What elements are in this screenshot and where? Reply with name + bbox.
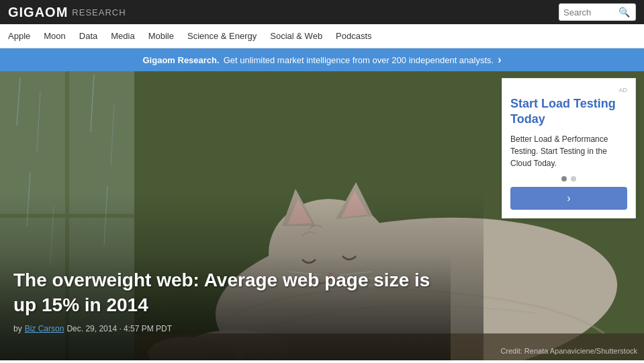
ad-carousel-dots [510,176,627,182]
search-box[interactable]: 🔍 [559,3,636,21]
nav-item-media[interactable]: Media [111,31,134,41]
article-title: The overweight web: Average web page siz… [13,268,437,317]
ad-title: Start Load Testing Today [510,96,627,128]
ad-dot-1[interactable] [561,176,567,182]
nav-item-moon[interactable]: Moon [44,31,66,41]
ad-label: AD [510,87,627,93]
search-button[interactable]: 🔍 [617,7,631,17]
ad-arrow-icon: › [567,192,570,204]
logo[interactable]: GIGAOM RESEARCH [8,5,126,20]
article-date: Dec. 29, 2014 · 4:57 PM PDT [66,324,172,333]
nav-item-social[interactable]: Social & Web [270,31,322,41]
hero-text-overlay: The overweight web: Average web page siz… [0,255,451,360]
nav-item-mobile[interactable]: Mobile [148,31,174,41]
article-author[interactable]: Biz Carson [25,324,64,333]
top-bar-left: GIGAOM RESEARCH [8,5,126,20]
nav-item-apple[interactable]: Apple [8,31,30,41]
image-credit: Credit: Renata Apanaviciene/Shutterstock [500,347,637,355]
advertisement-box: AD Start Load Testing Today Better Load … [502,78,636,218]
search-input[interactable] [563,7,617,17]
article-by: by [13,324,22,333]
banner-bold: Gigaom Research. [143,55,220,65]
nav-item-data[interactable]: Data [79,31,97,41]
banner-text: Get unlimited market intelligence from o… [224,55,494,65]
ad-next-button[interactable]: › [510,187,627,210]
promo-banner[interactable]: Gigaom Research. Get unlimited market in… [0,48,644,71]
article-meta: by Biz Carson Dec. 29, 2014 · 4:57 PM PD… [13,324,437,333]
secondary-nav: Apple Moon Data Media Mobile Science & E… [0,24,644,48]
research-label: RESEARCH [72,7,126,17]
ad-dot-2[interactable] [571,176,576,182]
ad-body: Better Load & Performance Testing. Start… [510,133,627,169]
nav-item-podcasts[interactable]: Podcasts [336,31,371,41]
main-area: The overweight web: Average web page siz… [0,71,644,360]
top-bar: GIGAOM RESEARCH 🔍 [0,0,644,24]
logo-text: GIGAOM [8,5,68,20]
nav-item-science[interactable]: Science & Energy [187,31,257,41]
banner-arrow-icon: › [498,54,501,66]
